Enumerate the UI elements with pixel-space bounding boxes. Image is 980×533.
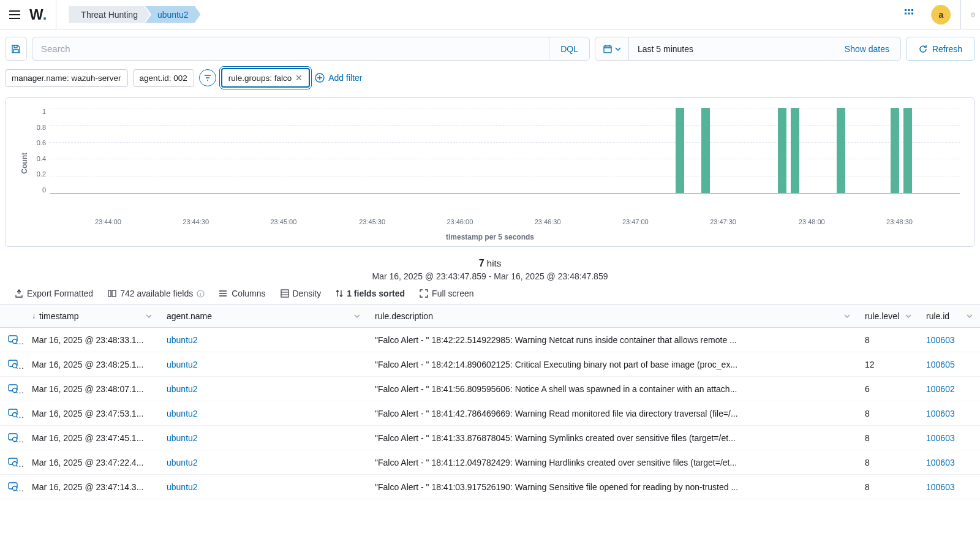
save-query-button[interactable] <box>5 37 27 61</box>
dql-button[interactable]: DQL <box>549 37 589 60</box>
col-expand <box>0 305 24 328</box>
filter-pill[interactable]: manager.name: wazuh-server <box>5 69 128 87</box>
expand-row-button[interactable] <box>7 480 18 491</box>
hamburger-icon <box>9 10 20 19</box>
logo[interactable]: W. <box>29 0 56 29</box>
refresh-button[interactable]: Refresh <box>906 37 975 61</box>
add-filter-button[interactable]: Add filter <box>315 73 362 83</box>
hits-suffix: hits <box>484 258 502 268</box>
histogram-bar[interactable] <box>837 108 845 193</box>
cell-timestamp: Mar 16, 2025 @ 23:47:22.4... <box>24 450 159 475</box>
cell-agent-link[interactable]: ubuntu2 <box>167 458 198 467</box>
svg-rect-3 <box>905 12 907 14</box>
filter-pill[interactable]: rule.groups: falco✕ <box>221 68 311 88</box>
calendar-button[interactable] <box>595 37 629 60</box>
date-range-text[interactable]: Last 5 minutes <box>629 37 834 60</box>
cell-timestamp: Mar 16, 2025 @ 23:48:07.1... <box>24 377 159 401</box>
hits-time-range: Mar 16, 2025 @ 23:43:47.859 - Mar 16, 20… <box>0 271 980 281</box>
density-button[interactable]: Density <box>281 289 322 298</box>
cell-agent-link[interactable]: ubuntu2 <box>167 335 198 345</box>
x-axis-label: timestamp per 5 seconds <box>20 233 960 241</box>
expand-row-button[interactable] <box>7 407 18 418</box>
columns-button[interactable]: Columns <box>219 289 265 298</box>
export-button[interactable]: Export Formatted <box>15 289 93 298</box>
chart-plot[interactable] <box>50 108 960 194</box>
cell-rule-id-link[interactable]: 100602 <box>926 384 955 394</box>
filter-row: manager.name: wazuh-serveragent.id: 002 … <box>0 66 980 97</box>
cell-agent-link[interactable]: ubuntu2 <box>167 384 198 394</box>
cell-rule-id-link[interactable]: 100605 <box>926 360 955 369</box>
expand-row-button[interactable] <box>7 382 18 393</box>
col-timestamp[interactable]: ↓timestamp <box>24 305 159 328</box>
cell-rule-id-link[interactable]: 100603 <box>926 433 955 443</box>
col-rule-id[interactable]: rule.id <box>919 305 980 328</box>
cell-description: "Falco Alert - " 18:41:03.917526190: War… <box>368 475 858 499</box>
search-box: DQL <box>32 37 590 61</box>
expand-row-button[interactable] <box>7 456 18 467</box>
chevron-down-icon <box>844 314 850 318</box>
histogram-bar[interactable] <box>791 108 799 193</box>
histogram-bar[interactable] <box>891 108 899 193</box>
chevron-down-icon <box>615 47 621 51</box>
cell-timestamp: Mar 16, 2025 @ 23:48:25.1... <box>24 352 159 377</box>
results-toolbar: Export Formatted 742 available fields i … <box>0 285 980 304</box>
cell-level: 12 <box>858 352 919 377</box>
cell-agent-link[interactable]: ubuntu2 <box>167 409 198 418</box>
cell-timestamp: Mar 16, 2025 @ 23:47:14.3... <box>24 475 159 499</box>
col-description[interactable]: rule.description <box>368 305 858 328</box>
table-row: Mar 16, 2025 @ 23:48:33.1...ubuntu2"Falc… <box>0 328 980 352</box>
breadcrumb-item[interactable]: Threat Hunting <box>69 6 150 23</box>
columns-icon <box>219 289 228 298</box>
filter-pill[interactable]: agent.id: 002 <box>133 69 194 87</box>
table-row: Mar 16, 2025 @ 23:48:25.1...ubuntu2"Falc… <box>0 352 980 377</box>
histogram-bar[interactable] <box>701 108 710 193</box>
svg-point-27 <box>13 437 17 442</box>
cell-description: "Falco Alert - " 18:41:33.876878045: War… <box>368 426 858 450</box>
table-row: Mar 16, 2025 @ 23:47:22.4...ubuntu2"Falc… <box>0 450 980 475</box>
filter-text: rule.groups: falco <box>228 74 292 83</box>
histogram-bar[interactable] <box>778 108 786 193</box>
chevron-down-icon <box>967 314 973 318</box>
expand-row-button[interactable] <box>7 431 18 442</box>
cell-agent-link[interactable]: ubuntu2 <box>167 433 198 443</box>
help-icon[interactable]: ? <box>960 0 975 29</box>
col-agent-name[interactable]: agent.name <box>159 305 368 328</box>
sort-button[interactable]: 1 fields sorted <box>336 289 405 298</box>
cell-rule-id-link[interactable]: 100603 <box>926 409 955 418</box>
svg-point-14 <box>219 290 221 292</box>
svg-point-19 <box>13 339 17 344</box>
expand-row-button[interactable] <box>7 333 18 344</box>
apps-icon[interactable] <box>904 9 916 21</box>
svg-point-15 <box>219 293 221 294</box>
histogram-bar[interactable] <box>903 108 912 193</box>
available-fields-button[interactable]: 742 available fields i <box>108 289 205 298</box>
search-input[interactable] <box>32 37 549 60</box>
cell-agent-link[interactable]: ubuntu2 <box>167 360 198 369</box>
filter-toggle-button[interactable] <box>199 69 216 86</box>
svg-point-29 <box>13 462 17 466</box>
chevron-down-icon <box>354 314 360 318</box>
avatar[interactable]: a <box>931 5 951 25</box>
cell-rule-id-link[interactable]: 100603 <box>926 458 955 467</box>
histogram-bar[interactable] <box>676 108 684 193</box>
cell-agent-link[interactable]: ubuntu2 <box>167 482 198 492</box>
breadcrumb-item-active[interactable]: ubuntu2 <box>145 6 201 23</box>
cell-rule-id-link[interactable]: 100603 <box>926 335 955 345</box>
cell-level: 8 <box>858 475 919 499</box>
cell-description: "Falco Alert - " 18:42:14.890602125: Cri… <box>368 352 858 377</box>
density-icon <box>281 289 289 298</box>
close-icon[interactable]: ✕ <box>295 73 303 83</box>
expand-row-button[interactable] <box>7 358 18 369</box>
sort-icon <box>336 289 343 298</box>
table-row: Mar 16, 2025 @ 23:47:53.1...ubuntu2"Falc… <box>0 401 980 426</box>
cell-description: "Falco Alert - " 18:41:12.049782429: War… <box>368 450 858 475</box>
export-icon <box>15 289 23 298</box>
show-dates-button[interactable]: Show dates <box>834 37 900 60</box>
fullscreen-button[interactable]: Full screen <box>420 289 473 298</box>
menu-button[interactable] <box>5 5 24 25</box>
table-row: Mar 16, 2025 @ 23:47:45.1...ubuntu2"Falc… <box>0 426 980 450</box>
cell-rule-id-link[interactable]: 100603 <box>926 482 955 492</box>
svg-rect-4 <box>908 12 910 14</box>
col-level[interactable]: rule.level <box>858 305 919 328</box>
date-picker: Last 5 minutes Show dates <box>595 37 901 61</box>
